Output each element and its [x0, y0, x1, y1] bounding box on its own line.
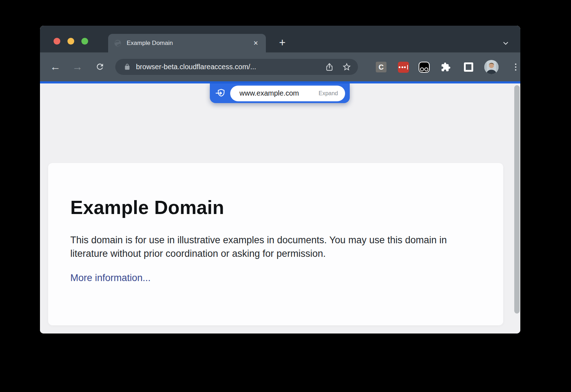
- side-panel-button[interactable]: [462, 61, 475, 73]
- star-icon: [342, 62, 352, 72]
- extension-circles-button[interactable]: [417, 61, 431, 73]
- window-zoom-button[interactable]: [81, 38, 88, 45]
- browser-tab[interactable]: Example Domain ×: [108, 34, 266, 52]
- red-dots-icon: [398, 62, 409, 73]
- browser-window: Example Domain × + ← →: [40, 26, 520, 334]
- url-text: browser-beta.cloudflareaccess.com/...: [136, 63, 323, 71]
- extension-c-icon: C: [376, 62, 386, 72]
- address-bar[interactable]: browser-beta.cloudflareaccess.com/...: [115, 59, 358, 75]
- isolation-indicator-bar: www.example.com Expand: [210, 83, 350, 103]
- more-information-link[interactable]: More information...: [70, 273, 151, 284]
- tab-close-icon[interactable]: ×: [251, 39, 260, 48]
- back-button[interactable]: ←: [49, 60, 62, 73]
- scrollbar-thumb[interactable]: [514, 85, 520, 314]
- bookmark-star-button[interactable]: [340, 61, 353, 73]
- extension-password-manager-button[interactable]: [396, 61, 410, 73]
- avatar-photo: [484, 60, 499, 74]
- two-circles-icon: [419, 62, 430, 73]
- share-icon: [325, 62, 334, 72]
- forward-button[interactable]: →: [71, 60, 84, 73]
- extensions-menu-button[interactable]: [439, 61, 453, 73]
- globe-favicon-icon: [114, 39, 122, 47]
- page-viewport: www.example.com Expand Example Domain Th…: [40, 83, 520, 334]
- page-paragraph: This domain is for use in illustrative e…: [70, 233, 479, 260]
- extension-c-button[interactable]: C: [374, 61, 388, 73]
- share-button[interactable]: [323, 61, 336, 73]
- shield-arrow-icon: [215, 88, 226, 98]
- new-tab-button[interactable]: +: [276, 36, 289, 50]
- reload-icon: [95, 62, 105, 71]
- isolated-domain-pill[interactable]: www.example.com Expand: [230, 86, 345, 101]
- navigation-toolbar: ← → browser-beta.cloudflareaccess.com/..…: [40, 52, 520, 81]
- reload-button[interactable]: [93, 60, 107, 73]
- tab-strip: Example Domain × +: [40, 26, 520, 52]
- window-minimize-button[interactable]: [67, 38, 74, 45]
- chrome-menu-button[interactable]: [510, 61, 520, 73]
- puzzle-piece-icon: [441, 62, 451, 72]
- kebab-menu-icon: [515, 63, 517, 65]
- tab-title: Example Domain: [127, 40, 251, 47]
- window-close-button[interactable]: [54, 38, 60, 45]
- isolated-domain-text: www.example.com: [239, 89, 299, 97]
- content-card: Example Domain This domain is for use in…: [48, 163, 503, 325]
- page-title: Example Domain: [70, 163, 481, 218]
- profile-avatar[interactable]: [484, 60, 499, 74]
- lock-icon: [124, 63, 131, 70]
- tab-search-chevron-button[interactable]: [499, 37, 512, 50]
- side-panel-icon: [464, 62, 473, 72]
- chevron-down-icon: [502, 39, 510, 47]
- expand-button[interactable]: Expand: [313, 90, 338, 97]
